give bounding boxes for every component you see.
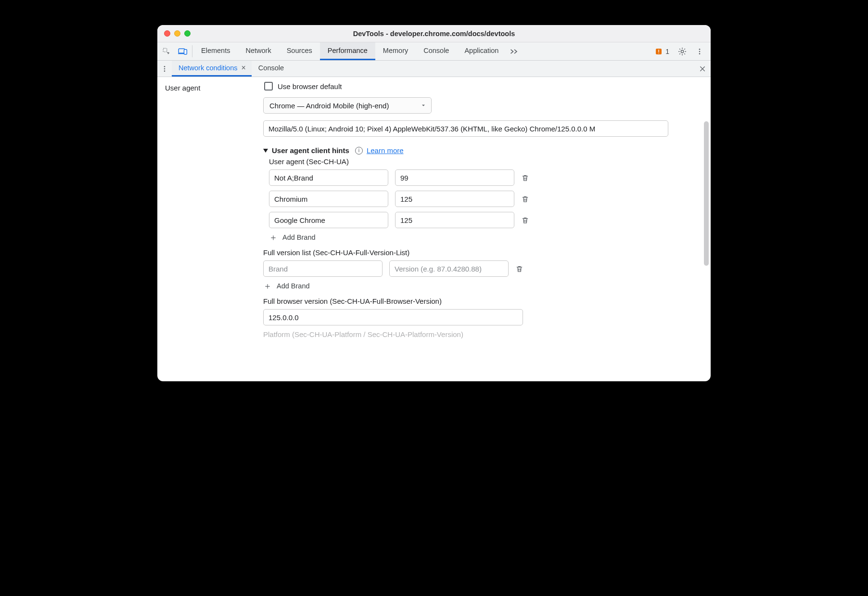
ua-preset-select[interactable]: Chrome — Android Mobile (high-end) <box>263 97 432 114</box>
titlebar: DevTools - developer.chrome.com/docs/dev… <box>157 25 711 42</box>
full-version-row <box>263 260 694 277</box>
brand-version-input[interactable] <box>395 212 514 228</box>
add-brand-button[interactable]: ＋ Add Brand <box>269 233 694 242</box>
user-agent-section-label: User agent <box>165 84 200 92</box>
client-hints-header[interactable]: User agent client hints i Learn more <box>263 146 694 155</box>
user-agent-settings: Use browser default Chrome — Android Mob… <box>263 77 711 381</box>
settings-gear-icon[interactable] <box>675 44 689 59</box>
brand-input[interactable] <box>269 212 388 228</box>
full-version-list-label: Full version list (Sec-CH-UA-Full-Versio… <box>263 248 694 257</box>
svg-rect-3 <box>184 49 187 54</box>
disclosure-triangle-icon <box>263 149 268 153</box>
window-minimize-button[interactable] <box>174 30 180 37</box>
drawer-tab-label: Console <box>258 64 284 72</box>
svg-point-11 <box>164 66 166 67</box>
svg-rect-5 <box>659 50 659 52</box>
ua-string-input[interactable] <box>263 120 668 137</box>
tab-sources[interactable]: Sources <box>279 42 320 60</box>
drawer-close-icon[interactable] <box>694 61 711 77</box>
delete-icon[interactable] <box>521 174 529 182</box>
window-title: DevTools - developer.chrome.com/docs/dev… <box>157 30 711 38</box>
full-browser-version-input[interactable] <box>263 309 523 325</box>
fvl-brand-input[interactable] <box>263 260 383 277</box>
traffic-lights <box>164 30 191 37</box>
devtools-window: DevTools - developer.chrome.com/docs/dev… <box>157 25 711 381</box>
use-browser-default-label: Use browser default <box>278 82 342 91</box>
divider <box>192 45 192 57</box>
window-close-button[interactable] <box>164 30 170 37</box>
fvl-version-input[interactable] <box>389 260 509 277</box>
device-toolbar-icon[interactable] <box>175 42 191 60</box>
svg-point-8 <box>699 49 701 50</box>
learn-more-link[interactable]: Learn more <box>367 146 404 155</box>
svg-rect-6 <box>659 52 659 53</box>
more-tabs-icon[interactable] <box>506 42 523 60</box>
add-brand-label: Add Brand <box>282 233 316 241</box>
brand-version-input[interactable] <box>395 191 514 207</box>
ua-preset-value: Chrome — Android Mobile (high-end) <box>269 102 389 110</box>
tab-elements[interactable]: Elements <box>193 42 238 60</box>
svg-point-10 <box>699 53 701 54</box>
toolbar-right: 1 <box>652 42 707 60</box>
svg-point-9 <box>699 51 701 52</box>
drawer-tab-network-conditions[interactable]: Network conditions × <box>172 61 252 77</box>
scrollbar-thumb[interactable] <box>704 121 709 266</box>
tab-application[interactable]: Application <box>457 42 506 60</box>
drawer-tab-label: Network conditions <box>179 64 238 72</box>
brand-version-input[interactable] <box>395 169 514 186</box>
tab-performance[interactable]: Performance <box>320 42 375 60</box>
section-label-column: User agent <box>157 77 263 381</box>
brand-row <box>269 191 694 207</box>
brand-row <box>269 212 694 228</box>
delete-icon[interactable] <box>521 216 529 224</box>
add-brand-label: Add Brand <box>277 282 310 290</box>
full-browser-version-label: Full browser version (Sec-CH-UA-Full-Bro… <box>263 297 694 305</box>
inspect-icon[interactable] <box>158 42 175 60</box>
add-brand-button-fvl[interactable]: ＋ Add Brand <box>263 282 694 290</box>
brand-input[interactable] <box>269 191 388 207</box>
svg-point-13 <box>164 70 166 72</box>
kebab-menu-icon[interactable] <box>692 44 707 59</box>
issue-icon <box>655 48 663 55</box>
svg-rect-0 <box>163 48 167 52</box>
svg-point-12 <box>164 68 166 69</box>
sec-ch-ua-label: User agent (Sec-CH-UA) <box>269 157 694 166</box>
close-icon[interactable]: × <box>241 63 247 73</box>
delete-icon[interactable] <box>521 195 529 203</box>
plus-icon: ＋ <box>269 233 278 242</box>
window-zoom-button[interactable] <box>184 30 191 37</box>
client-hints-title: User agent client hints <box>272 146 349 155</box>
drawer-tab-console[interactable]: Console <box>252 61 289 77</box>
svg-point-7 <box>681 50 683 52</box>
brand-row <box>269 169 694 186</box>
tab-console[interactable]: Console <box>416 42 457 60</box>
info-icon[interactable]: i <box>355 147 363 155</box>
drawer-kebab-icon[interactable] <box>157 61 172 77</box>
main-tabs: Elements Network Sources Performance Mem… <box>193 42 506 60</box>
drawer-tabbar: Network conditions × Console <box>157 61 711 77</box>
issues-badge[interactable]: 1 <box>652 48 672 55</box>
use-browser-default-checkbox[interactable] <box>264 82 273 91</box>
network-conditions-panel: User agent Use browser default Chrome — … <box>157 77 711 381</box>
tab-memory[interactable]: Memory <box>375 42 416 60</box>
plus-icon: ＋ <box>263 282 272 290</box>
issues-count: 1 <box>665 48 669 55</box>
brand-input[interactable] <box>269 169 388 186</box>
chevron-down-icon <box>421 103 426 108</box>
delete-icon[interactable] <box>515 265 523 273</box>
main-tabbar: Elements Network Sources Performance Mem… <box>157 42 711 61</box>
tab-network[interactable]: Network <box>238 42 279 60</box>
platform-label-clipped: Platform (Sec-CH-UA-Platform / Sec-CH-UA… <box>263 330 694 338</box>
